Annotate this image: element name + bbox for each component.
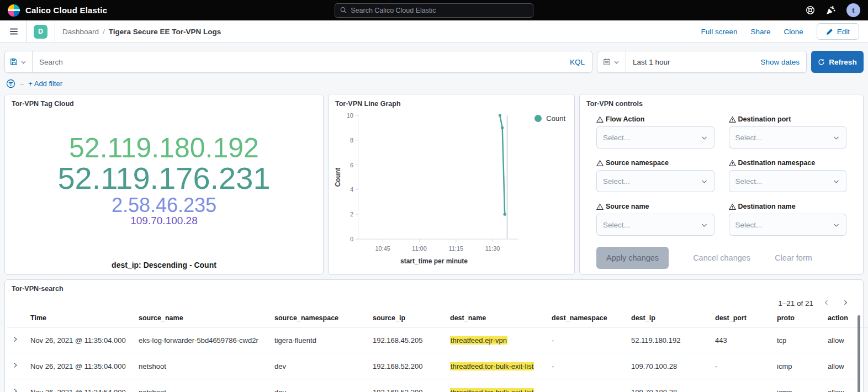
- column-header-source_namespace[interactable]: source_namespace: [270, 311, 368, 327]
- full-screen-button[interactable]: Full screen: [701, 28, 737, 36]
- field-label: Destination port: [729, 115, 847, 123]
- select-source-name[interactable]: Select...: [596, 214, 714, 236]
- cell-time: Nov 26, 2021 @ 11:34:54.000: [26, 379, 134, 392]
- newsfeed-icon[interactable]: [826, 6, 835, 15]
- prev-page-button[interactable]: [821, 298, 832, 309]
- column-header-source_ip[interactable]: source_ip: [368, 311, 446, 327]
- column-header-proto[interactable]: proto: [772, 311, 823, 327]
- cell-source_ip: 192.168.45.205: [368, 327, 446, 353]
- kql-search-box[interactable]: KQL: [4, 51, 592, 73]
- global-search-box[interactable]: [335, 3, 533, 18]
- tag-cloud-caption: dest_ip: Descending - Count: [5, 261, 323, 269]
- select-destination-namespace[interactable]: Select...: [729, 170, 847, 192]
- controls-title: Tor-VPN controls: [580, 94, 863, 108]
- help-icon[interactable]: [806, 6, 815, 15]
- column-header-action[interactable]: action: [823, 311, 868, 327]
- next-page-button[interactable]: [840, 298, 851, 309]
- clear-form-button[interactable]: Clear form: [775, 253, 812, 262]
- dashboard-panels: Tor-VPN Tag Cloud 52.119.180.19252.119.1…: [4, 94, 864, 275]
- cell-source_name: netshoot: [134, 379, 270, 392]
- search-icon: [340, 7, 347, 14]
- tag-2.58.46.235[interactable]: 2.58.46.235: [112, 195, 216, 215]
- time-range-value[interactable]: Last 1 hour: [626, 58, 760, 66]
- save-icon: [10, 58, 18, 66]
- svg-text:2: 2: [350, 211, 353, 218]
- kql-language-button[interactable]: KQL: [570, 58, 592, 66]
- line-graph-title: Tor-VPN Line Graph: [329, 94, 574, 108]
- svg-text:4: 4: [350, 186, 353, 193]
- expand-row-icon[interactable]: [12, 388, 19, 392]
- svg-text:11:15: 11:15: [448, 245, 463, 252]
- svg-text:10:45: 10:45: [375, 245, 390, 252]
- cell-time: Nov 26, 2021 @ 11:35:04.000: [26, 353, 134, 379]
- chevron-down-icon: [613, 59, 620, 65]
- expand-row-icon[interactable]: [12, 362, 19, 369]
- dashboard-badge[interactable]: D: [34, 25, 47, 39]
- column-header-dest_namespace[interactable]: dest_namespace: [547, 311, 627, 327]
- cancel-changes-button[interactable]: Cancel changes: [693, 253, 750, 262]
- user-avatar[interactable]: t: [846, 3, 860, 17]
- tag-52.119.176.231[interactable]: 52.119.176.231: [57, 162, 270, 194]
- select-source-namespace[interactable]: Select...: [596, 170, 714, 192]
- cell-dest_name: threatfeed.tor-bulk-exit-list: [446, 353, 547, 379]
- column-header-dest_name[interactable]: dest_name: [446, 311, 547, 327]
- quick-select-menu[interactable]: [597, 51, 626, 73]
- cell-dest_port: 443: [711, 327, 772, 353]
- apply-changes-button[interactable]: Apply changes: [596, 247, 669, 269]
- cell-source_namespace: dev: [270, 353, 368, 379]
- add-filter-button[interactable]: + Add filter: [28, 80, 62, 88]
- select-destination-port[interactable]: Select...: [729, 126, 847, 149]
- menu-icon[interactable]: [9, 27, 19, 36]
- column-header-time[interactable]: Time: [26, 311, 134, 327]
- chevron-down-icon: [701, 221, 708, 229]
- expand-row-button[interactable]: [7, 379, 26, 392]
- refresh-icon: [818, 59, 825, 66]
- date-picker[interactable]: Last 1 hour Show dates: [597, 51, 807, 73]
- warning-icon: [596, 203, 604, 210]
- warning-icon: [596, 116, 604, 123]
- control-field-destination-name: Destination nameSelect...: [729, 203, 847, 236]
- pagination-label: 1–21 of 21: [778, 299, 813, 308]
- filter-icon[interactable]: [6, 79, 15, 88]
- clone-button[interactable]: Clone: [784, 28, 803, 36]
- line-graph-panel: Tor-VPN Line Graph 024681010:4511:0011:1…: [328, 94, 575, 275]
- select-destination-name[interactable]: Select...: [729, 214, 847, 236]
- tag-109.70.100.28[interactable]: 109.70.100.28: [130, 215, 198, 226]
- expander-column-header: [7, 311, 26, 327]
- cell-dest_namespace: -: [547, 379, 627, 392]
- control-field-destination-namespace: Destination namespaceSelect...: [729, 159, 847, 192]
- field-label: Destination name: [729, 203, 847, 210]
- column-header-dest_ip[interactable]: dest_ip: [627, 311, 711, 327]
- chevron-down-icon: [701, 178, 708, 185]
- refresh-button[interactable]: Refresh: [811, 51, 864, 73]
- tag-cloud: 52.119.180.19252.119.176.2312.58.46.2351…: [5, 108, 323, 252]
- share-button[interactable]: Share: [750, 28, 770, 36]
- select-flow-action[interactable]: Select...: [596, 126, 714, 149]
- chart-legend[interactable]: Count: [534, 114, 565, 123]
- field-label: Destination namespace: [729, 159, 847, 167]
- edit-button[interactable]: Edit: [817, 23, 859, 40]
- cell-dest_namespace: -: [547, 327, 627, 353]
- global-search-input[interactable]: [351, 7, 528, 14]
- breadcrumb-separator: /: [103, 28, 105, 36]
- saved-query-menu[interactable]: [4, 51, 33, 73]
- tag-52.119.180.192[interactable]: 52.119.180.192: [69, 134, 259, 162]
- expand-row-button[interactable]: [7, 353, 26, 379]
- chevron-down-icon: [833, 134, 840, 141]
- query-input[interactable]: [33, 58, 570, 66]
- breadcrumb-dashboard[interactable]: Dashboard: [62, 28, 99, 36]
- show-dates-button[interactable]: Show dates: [760, 58, 807, 66]
- expand-row-button[interactable]: [7, 327, 26, 353]
- cell-proto: tcp: [772, 327, 823, 353]
- cell-proto: icmp: [772, 353, 823, 379]
- svg-text:8: 8: [350, 137, 353, 144]
- table-scrollbar[interactable]: [858, 315, 860, 392]
- cell-source_name: eks-log-forwarder-5bd4659786-cwd2r: [134, 327, 270, 353]
- column-header-dest_port[interactable]: dest_port: [711, 311, 772, 327]
- expand-row-icon[interactable]: [12, 336, 19, 343]
- pencil-icon: [826, 28, 833, 35]
- column-header-source_name[interactable]: source_name: [134, 311, 270, 327]
- filter-divider: –: [20, 80, 24, 88]
- line-chart-svg[interactable]: 024681010:4511:0011:1511:30start_time pe…: [333, 111, 575, 270]
- legend-label: Count: [546, 114, 565, 123]
